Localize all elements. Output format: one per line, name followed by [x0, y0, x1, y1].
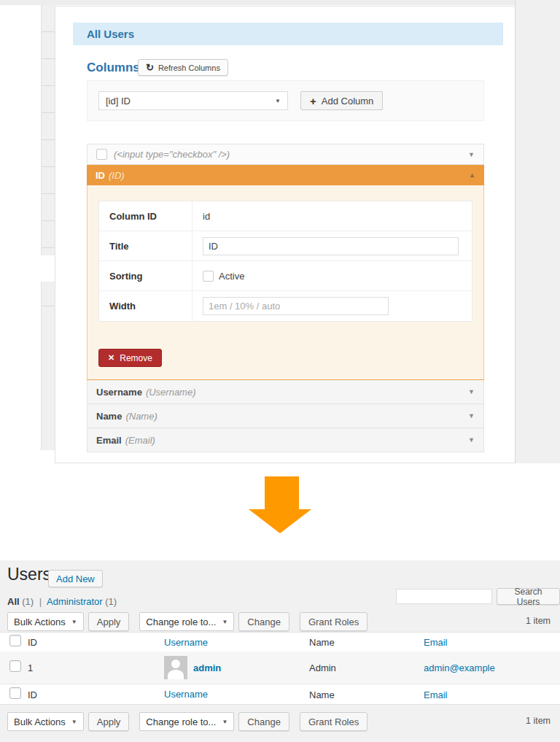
role-filter-links: All (1) | Administrator (1) — [7, 596, 117, 607]
sorting-active-label: Active — [219, 271, 244, 282]
field-label: Title — [99, 231, 192, 260]
change-role-select[interactable]: Change role to... ▼ — [139, 612, 234, 631]
field-label: Column ID — [99, 201, 192, 231]
search-input[interactable] — [396, 589, 492, 604]
chevron-up-icon[interactable]: ▲ — [469, 171, 475, 179]
select-caret-icon: ▼ — [222, 619, 228, 625]
chevron-down-icon[interactable]: ▼ — [468, 436, 475, 444]
all-users-header: All Users — [73, 23, 503, 45]
width-input[interactable] — [203, 297, 389, 315]
admin-columns-settings-panel: All Users Columns ↻ Refresh Columns [id]… — [55, 6, 515, 463]
select-caret-icon: ▼ — [71, 619, 77, 625]
refresh-columns-button[interactable]: ↻ Refresh Columns — [138, 59, 228, 76]
grant-roles-button[interactable]: Grant Roles — [300, 712, 368, 731]
cell-username-link[interactable]: admin — [193, 662, 221, 673]
column-item-checkbox[interactable]: (<input type="checkbox" />) ▼ — [87, 144, 484, 165]
left-sidebar-remnant-top — [41, 5, 55, 255]
down-arrow-icon — [249, 476, 311, 533]
header-username[interactable]: Username — [164, 637, 208, 648]
table-row: 1 admin Admin admin@example — [0, 652, 560, 684]
title-input[interactable] — [203, 237, 459, 255]
column-item-name[interactable]: Name (Name) ▼ — [87, 403, 484, 428]
field-value: id — [192, 211, 472, 222]
right-background-strip — [515, 0, 560, 463]
column-item-id-settings: Column ID id Title Sorting Active — [87, 185, 484, 380]
field-label: Sorting — [99, 261, 192, 290]
page-title: Users — [7, 565, 51, 584]
all-users-title: All Users — [87, 28, 134, 40]
select-caret-icon: ▼ — [275, 98, 281, 104]
cell-name: Admin — [309, 662, 336, 673]
item-type: (Email) — [125, 435, 155, 446]
users-admin-page: Users Add New All (1) | Administrator (1… — [0, 560, 560, 742]
select-all-checkbox[interactable] — [9, 687, 21, 699]
bulk-actions-value: Bulk Actions — [14, 716, 66, 727]
sorting-active-checkbox[interactable] — [203, 271, 214, 282]
filter-all-count: (1) — [22, 596, 34, 607]
bottom-toolbar: Bulk Actions ▼ Apply Change role to... ▼… — [7, 712, 368, 731]
avatar — [164, 656, 187, 679]
item-count: 1 item — [526, 616, 551, 626]
add-new-button[interactable]: Add New — [48, 570, 103, 587]
field-row-column-id: Column ID id — [99, 201, 472, 231]
top-crop-band — [0, 0, 515, 5]
add-column-button[interactable]: + Add Column — [300, 91, 383, 110]
item-type: (Username) — [146, 387, 196, 398]
grant-roles-button[interactable]: Grant Roles — [300, 612, 368, 631]
bulk-actions-select[interactable]: Bulk Actions ▼ — [7, 712, 84, 731]
footer-checkbox-cell — [0, 687, 28, 702]
footer-email[interactable]: Email — [424, 689, 448, 700]
add-column-label: Add Column — [322, 96, 374, 107]
footer-username[interactable]: Username — [164, 689, 208, 700]
item-label: Name — [96, 411, 122, 422]
header-email[interactable]: Email — [424, 637, 448, 648]
bulk-actions-select[interactable]: Bulk Actions ▼ — [7, 612, 84, 631]
select-all-checkbox[interactable] — [9, 635, 21, 646]
remove-label: Remove — [120, 353, 152, 363]
field-value: Active — [192, 271, 472, 282]
field-label: Width — [99, 291, 192, 321]
remove-column-button[interactable]: ✕ Remove — [98, 349, 162, 367]
change-role-select[interactable]: Change role to... ▼ — [139, 712, 234, 731]
column-item-username[interactable]: Username (Username) ▼ — [87, 379, 484, 404]
apply-button[interactable]: Apply — [88, 712, 130, 731]
column-type-selected-value: [id] ID — [106, 96, 131, 107]
chevron-down-icon[interactable]: ▼ — [468, 151, 475, 158]
bulk-actions-value: Bulk Actions — [14, 617, 66, 627]
refresh-icon: ↻ — [146, 63, 154, 72]
columns-heading: Columns — [87, 61, 140, 75]
field-row-sorting: Sorting Active — [99, 261, 472, 291]
column-item-id-header[interactable]: ID (ID) ▲ — [87, 165, 484, 185]
column-items-list: (<input type="checkbox" />) ▼ ID (ID) ▲ … — [87, 144, 484, 452]
change-role-value: Change role to... — [146, 716, 216, 727]
apply-button[interactable]: Apply — [88, 612, 130, 631]
select-caret-icon: ▼ — [71, 719, 77, 725]
header-name[interactable]: Name — [309, 637, 335, 648]
filter-separator: | — [39, 596, 42, 607]
footer-id[interactable]: ID — [28, 689, 37, 700]
footer-name[interactable]: Name — [309, 689, 335, 700]
cell-id: 1 — [28, 662, 33, 673]
filter-all-link[interactable]: All — [7, 596, 20, 607]
close-icon: ✕ — [108, 353, 114, 363]
chevron-down-icon[interactable]: ▼ — [468, 388, 475, 395]
checkbox[interactable] — [96, 149, 107, 160]
select-caret-icon: ▼ — [222, 719, 228, 725]
item-count: 1 item — [526, 716, 551, 726]
column-item-email[interactable]: Email (Email) ▼ — [87, 428, 484, 452]
field-row-width: Width — [99, 291, 472, 321]
users-table: ID Username Name Email 1 admin Admin adm… — [0, 632, 560, 705]
search-users-button[interactable]: Search Users — [497, 588, 560, 605]
filter-administrator-link[interactable]: Administrator — [47, 596, 103, 607]
cell-email-link[interactable]: admin@example — [424, 662, 495, 673]
refresh-columns-label: Refresh Columns — [158, 63, 220, 72]
left-sidebar-remnant-bottom — [41, 282, 55, 450]
header-id[interactable]: ID — [28, 637, 37, 648]
chevron-down-icon[interactable]: ▼ — [468, 412, 475, 420]
change-button[interactable]: Change — [238, 712, 289, 731]
change-button[interactable]: Change — [238, 612, 289, 631]
field-value — [192, 297, 472, 315]
column-type-select[interactable]: [id] ID ▼ — [98, 91, 288, 110]
row-checkbox[interactable] — [9, 660, 21, 672]
column-item-id-type: (ID) — [109, 170, 125, 181]
